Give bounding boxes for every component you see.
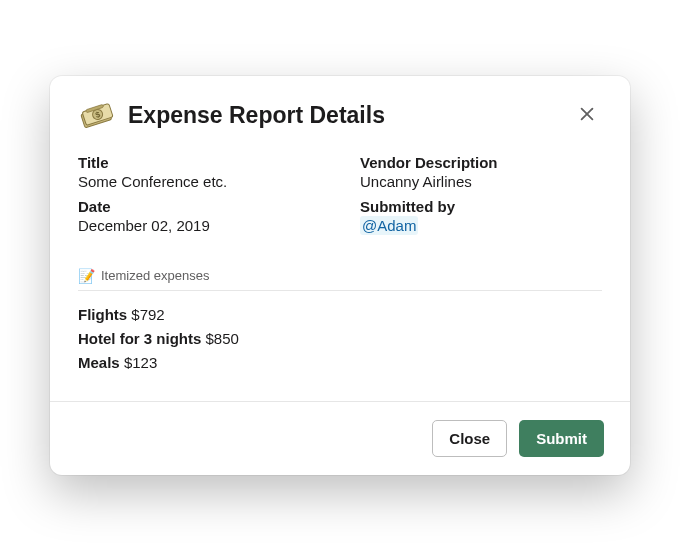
expense-modal: $ Expense Report Details Title Some Conf… <box>50 76 630 475</box>
list-item: Hotel for 3 nights $850 <box>78 327 602 351</box>
vendor-value: Uncanny Airlines <box>360 173 602 190</box>
modal-footer: Close Submit <box>50 401 630 475</box>
user-mention[interactable]: @Adam <box>360 216 418 235</box>
submitted-by-value: @Adam <box>360 217 602 234</box>
note-icon: 📝 <box>78 268 95 284</box>
fields-col-right: Vendor Description Uncanny Airlines Subm… <box>360 154 602 242</box>
modal-title: Expense Report Details <box>128 102 572 129</box>
fields-grid: Title Some Conference etc. Date December… <box>78 154 602 242</box>
submit-button[interactable]: Submit <box>519 420 604 457</box>
item-amount: $850 <box>206 330 239 347</box>
itemized-section-label: Itemized expenses <box>101 268 209 283</box>
close-button[interactable]: Close <box>432 420 507 457</box>
line-items: Flights $792 Hotel for 3 nights $850 Mea… <box>78 303 602 375</box>
close-icon-button[interactable] <box>572 99 602 132</box>
modal-header: $ Expense Report Details <box>50 76 630 146</box>
item-name: Meals <box>78 354 120 371</box>
date-label: Date <box>78 198 320 215</box>
item-amount: $123 <box>124 354 157 371</box>
money-icon: $ <box>78 98 114 134</box>
close-icon <box>578 105 596 126</box>
item-name: Hotel for 3 nights <box>78 330 201 347</box>
title-value: Some Conference etc. <box>78 173 320 190</box>
item-name: Flights <box>78 306 127 323</box>
vendor-label: Vendor Description <box>360 154 602 171</box>
title-label: Title <box>78 154 320 171</box>
date-value: December 02, 2019 <box>78 217 320 234</box>
list-item: Meals $123 <box>78 351 602 375</box>
list-item: Flights $792 <box>78 303 602 327</box>
modal-body: Title Some Conference etc. Date December… <box>50 146 630 401</box>
item-amount: $792 <box>131 306 164 323</box>
fields-col-left: Title Some Conference etc. Date December… <box>78 154 320 242</box>
itemized-section-title: 📝 Itemized expenses <box>78 268 602 284</box>
submitted-by-label: Submitted by <box>360 198 602 215</box>
section-divider <box>78 290 602 291</box>
